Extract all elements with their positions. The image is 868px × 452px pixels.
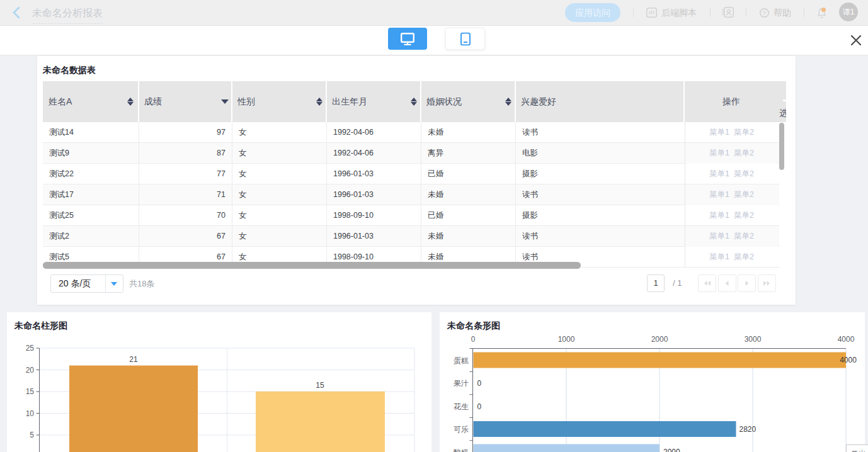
svg-text:?: ? (763, 9, 766, 16)
svg-text:2000: 2000 (663, 448, 680, 452)
svg-text:20: 20 (26, 366, 35, 375)
svg-text:0: 0 (477, 379, 482, 388)
svg-text:15: 15 (316, 381, 324, 390)
svg-text:蛋糕: 蛋糕 (454, 356, 469, 365)
svg-text:果汁: 果汁 (454, 379, 469, 388)
svg-text:花生: 花生 (454, 402, 469, 411)
svg-text:2820: 2820 (740, 425, 757, 434)
svg-text:可乐: 可乐 (454, 425, 469, 434)
svg-text:3000: 3000 (745, 335, 762, 344)
svg-text:酸奶: 酸奶 (454, 448, 469, 452)
svg-text:2000: 2000 (651, 335, 668, 344)
svg-text:5: 5 (30, 431, 34, 439)
svg-text:0: 0 (477, 402, 482, 411)
svg-text:25: 25 (26, 344, 35, 353)
svg-text:0: 0 (471, 335, 476, 344)
svg-text:1000: 1000 (558, 335, 575, 344)
svg-text:10: 10 (26, 409, 35, 418)
svg-text:21: 21 (129, 355, 138, 364)
svg-text:15: 15 (26, 387, 35, 396)
svg-text:4000: 4000 (838, 335, 855, 344)
svg-text:4000: 4000 (840, 356, 857, 364)
